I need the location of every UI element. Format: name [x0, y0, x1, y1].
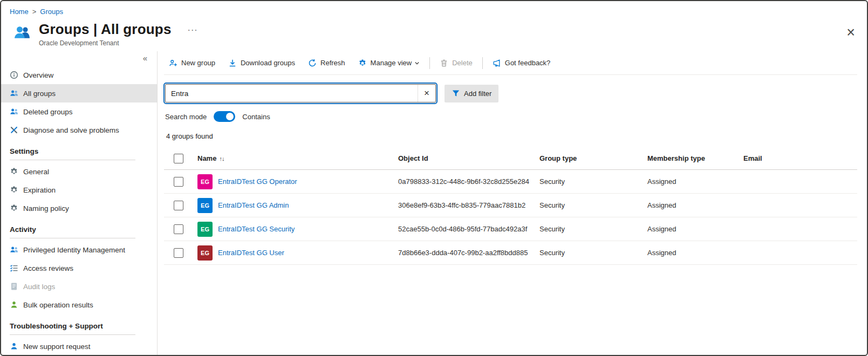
sidebar-item-all-groups[interactable]: All groups: [1, 84, 157, 102]
sidebar-item-new-support-request[interactable]: New support request: [1, 337, 157, 355]
column-header-group-type[interactable]: Group type: [539, 154, 647, 162]
delete-trash-icon: [440, 59, 448, 67]
search-mode-label: Search mode: [165, 113, 207, 121]
group-avatar: EG: [197, 174, 213, 189]
feedback-megaphone-icon: [493, 59, 501, 67]
got-feedback-label: Got feedback?: [505, 59, 551, 67]
manage-view-label: Manage view: [371, 59, 412, 67]
group-avatar: EG: [197, 245, 213, 261]
group-type-cell: Security: [539, 201, 647, 209]
table-row: EG EntraIDTest GG Security 52cae55b-0c0d…: [164, 217, 857, 241]
sidebar-item-label: Naming policy: [23, 204, 69, 213]
table-header-row: Name ↑↓ Object Id Group type Membership …: [164, 147, 857, 170]
sidebar-section-activity: Activity: [10, 225, 135, 238]
overview-icon: [10, 71, 18, 79]
breadcrumb: Home>Groups: [1, 1, 867, 16]
filter-funnel-icon: [452, 89, 460, 98]
close-icon[interactable]: ×: [846, 25, 855, 40]
sort-icon: ↑↓: [219, 155, 224, 162]
sidebar-item-pim[interactable]: Privileged Identity Management: [1, 241, 157, 259]
add-filter-label: Add filter: [464, 90, 491, 98]
gear-icon: [10, 186, 18, 194]
sidebar-item-general[interactable]: General: [1, 162, 157, 181]
breadcrumb-home-link[interactable]: Home: [10, 8, 29, 16]
download-groups-button[interactable]: Download groups: [223, 56, 300, 71]
group-name-link[interactable]: EntraIDTest GG Security: [218, 225, 295, 233]
row-checkbox[interactable]: [174, 177, 183, 187]
column-header-object-id[interactable]: Object Id: [398, 154, 539, 162]
manage-view-gear-icon: [358, 59, 367, 67]
add-filter-button[interactable]: Add filter: [445, 85, 498, 102]
sidebar-item-label: Deleted groups: [23, 108, 73, 116]
group-name-link[interactable]: EntraIDTest GG User: [218, 249, 284, 257]
sidebar-item-expiration[interactable]: Expiration: [1, 181, 157, 199]
object-id-cell: 7d8b66e3-ddda-407c-99b2-aa2ff8bdd885: [398, 249, 539, 257]
row-checkbox[interactable]: [174, 201, 183, 210]
table-row: EG EntraIDTest GG Operator 0a798833-312c…: [164, 170, 857, 194]
sidebar-section-label: Settings: [10, 147, 38, 155]
sidebar-item-diagnose[interactable]: Diagnose and solve problems: [1, 121, 157, 139]
delete-button[interactable]: Delete: [435, 56, 477, 71]
membership-type-cell: Assigned: [647, 225, 743, 233]
group-name-cell: EG EntraIDTest GG Operator: [197, 174, 398, 189]
manage-view-button[interactable]: Manage view: [353, 56, 425, 71]
got-feedback-button[interactable]: Got feedback?: [488, 56, 556, 71]
sidebar-item-label: General: [23, 168, 49, 176]
diagnose-tools-icon: [10, 126, 18, 134]
breadcrumb-groups-link[interactable]: Groups: [40, 8, 63, 16]
row-checkbox[interactable]: [174, 224, 183, 234]
support-person-icon: [10, 342, 18, 351]
results-count: 4 groups found: [164, 132, 857, 140]
sidebar-item-audit-logs[interactable]: Audit logs: [1, 277, 157, 296]
chevron-down-icon: [414, 60, 420, 66]
search-mode-toggle[interactable]: [214, 111, 235, 122]
group-name-cell: EG EntraIDTest GG Security: [197, 222, 398, 237]
title-block: Groups | All groups Oracle Development T…: [39, 21, 172, 47]
sidebar-item-overview[interactable]: Overview: [1, 66, 157, 84]
group-type-cell: Security: [539, 249, 647, 257]
membership-type-cell: Assigned: [647, 177, 743, 186]
delete-label: Delete: [452, 59, 473, 67]
group-avatar: EG: [197, 222, 213, 237]
new-group-button[interactable]: New group: [164, 56, 220, 71]
sidebar-section-label: Troubleshooting + Support: [10, 322, 103, 330]
download-icon: [228, 59, 237, 67]
pim-people-icon: [10, 245, 18, 254]
sidebar-item-bulk-operation-results[interactable]: Bulk operation results: [1, 296, 157, 314]
page-body: « Overview All groups Deleted groups: [1, 51, 867, 355]
column-header-name[interactable]: Name ↑↓: [197, 154, 398, 162]
search-input[interactable]: [166, 85, 418, 102]
page-header: Groups | All groups Oracle Development T…: [1, 16, 867, 51]
more-menu-button[interactable]: ···: [188, 25, 198, 35]
person-green-icon: [10, 300, 18, 309]
deleted-groups-icon: [10, 107, 18, 116]
select-all-checkbox[interactable]: [174, 154, 183, 163]
column-header-email[interactable]: Email: [743, 154, 857, 162]
checklist-icon: [10, 264, 18, 272]
membership-type-cell: Assigned: [647, 249, 743, 257]
group-type-cell: Security: [539, 177, 647, 186]
refresh-button[interactable]: Refresh: [303, 56, 350, 71]
sidebar-item-label: All groups: [23, 90, 56, 98]
search-mode-value: Contains: [242, 113, 270, 121]
audit-logs-document-icon: [10, 282, 18, 291]
sidebar-item-deleted-groups[interactable]: Deleted groups: [1, 102, 157, 121]
main-content: New group Download groups Refresh: [158, 51, 867, 355]
group-name-cell: EG EntraIDTest GG Admin: [197, 198, 398, 213]
group-name-link[interactable]: EntraIDTest GG Admin: [218, 201, 289, 209]
group-name-link[interactable]: EntraIDTest GG Operator: [218, 177, 297, 186]
sidebar-section-troubleshooting: Troubleshooting + Support: [10, 322, 135, 335]
row-checkbox[interactable]: [174, 248, 183, 258]
sidebar-section-settings: Settings: [10, 147, 135, 160]
filter-row: × Add filter: [164, 84, 857, 102]
sidebar-item-access-reviews[interactable]: Access reviews: [1, 259, 157, 277]
column-header-membership-type[interactable]: Membership type: [647, 154, 743, 162]
sidebar-item-naming-policy[interactable]: Naming policy: [1, 199, 157, 217]
table-row: EG EntraIDTest GG Admin 306e8ef9-63b3-4f…: [164, 194, 857, 217]
object-id-cell: 0a798833-312c-448c-9b6f-32c8d255e284: [398, 177, 539, 186]
sidebar-item-label: Privileged Identity Management: [23, 246, 125, 254]
clear-search-icon[interactable]: ×: [418, 85, 435, 102]
object-id-cell: 306e8ef9-63b3-4ffc-b835-779aac7881b2: [398, 201, 539, 209]
refresh-icon: [308, 59, 317, 67]
collapse-sidebar-button[interactable]: «: [140, 53, 151, 63]
